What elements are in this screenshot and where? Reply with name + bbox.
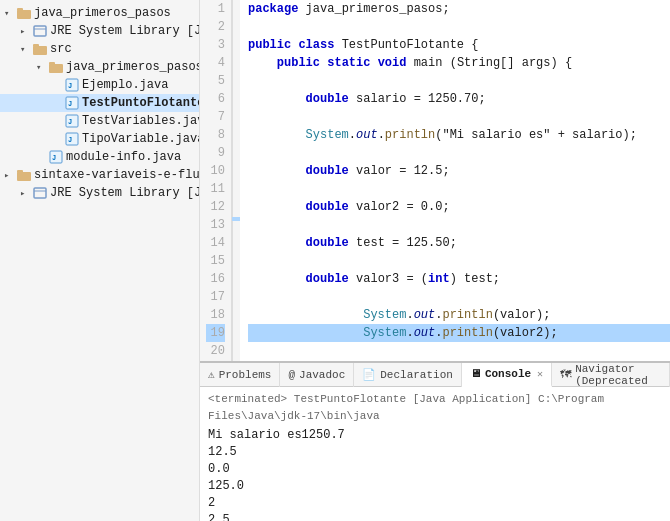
sidebar-item-label: sintaxe-variaveis-e-fluxo: [32, 168, 200, 182]
console-output: Mi salario es1250.712.50.0125.022.5: [208, 427, 662, 521]
line-number-5: 5: [206, 72, 225, 90]
svg-rect-4: [33, 46, 47, 55]
console-tab-icon: 🖥: [470, 367, 481, 380]
sidebar-item-label: Ejemplo.java: [80, 78, 168, 92]
file-icon: J: [48, 149, 64, 165]
navigator-tab-label: Navigator (Deprecated: [575, 363, 661, 387]
scroll-mark: [232, 217, 240, 221]
line-number-4: 4: [206, 54, 225, 72]
sidebar-item-label: java_primeros_pasos: [32, 6, 171, 20]
line-number-2: 2: [206, 18, 225, 36]
navigator-tab-icon: 🗺: [560, 368, 571, 381]
console-header: <terminated> TestPuntoFlotante [Java App…: [208, 391, 662, 425]
svg-rect-19: [17, 170, 23, 173]
svg-rect-0: [17, 10, 31, 19]
file-icon: J: [64, 95, 80, 111]
line-number-17: 17: [206, 288, 225, 306]
sidebar-item-module-info[interactable]: Jmodule-info.java: [0, 148, 199, 166]
main-area: 1234567891011121314151617181920212223242…: [200, 0, 670, 521]
chevron-icon: ▸: [20, 26, 32, 37]
line-number-20: 20: [206, 342, 225, 360]
sidebar-item-label: module-info.java: [64, 150, 181, 164]
sidebar-item-TipoVariable[interactable]: JTipoVariable.java: [0, 130, 199, 148]
file-icon: J: [64, 77, 80, 93]
line-number-6: 6: [206, 90, 225, 108]
sidebar-item-label: src: [48, 42, 72, 56]
panel-tab-problems[interactable]: ⚠Problems: [200, 363, 280, 387]
console-tab-close[interactable]: ✕: [537, 368, 543, 380]
declaration-tab-label: Declaration: [380, 369, 453, 381]
bottom-panel: ⚠Problems@Javadoc📄Declaration🖥Console✕🗺N…: [200, 361, 670, 521]
svg-rect-5: [33, 44, 39, 47]
svg-rect-18: [17, 172, 31, 181]
line-number-10: 10: [206, 162, 225, 180]
sidebar-item-project-root[interactable]: ▾java_primeros_pasos: [0, 4, 199, 22]
file-icon: J: [64, 131, 80, 147]
svg-rect-2: [34, 26, 46, 36]
sidebar-item-label: TestVariables.java: [80, 114, 200, 128]
svg-rect-20: [34, 188, 46, 198]
line-number-1: 1: [206, 0, 225, 18]
declaration-tab-icon: 📄: [362, 368, 376, 381]
sidebar-item-sintaxe[interactable]: ▸sintaxe-variaveis-e-fluxo: [0, 166, 199, 184]
console-line: Mi salario es1250.7: [208, 427, 662, 444]
console-line: 12.5: [208, 444, 662, 461]
chevron-icon: ▾: [4, 8, 16, 19]
panel-tab-console[interactable]: 🖥Console✕: [462, 363, 552, 387]
sidebar-item-jre2[interactable]: ▸JRE System Library [JavaSE-17]: [0, 184, 199, 202]
problems-tab-icon: ⚠: [208, 368, 215, 381]
problems-tab-label: Problems: [219, 369, 272, 381]
svg-rect-6: [49, 64, 63, 73]
sidebar-item-label: java_primeros_pasos: [64, 60, 200, 74]
console-line: 125.0: [208, 478, 662, 495]
panel-tab-javadoc[interactable]: @Javadoc: [280, 363, 354, 387]
sidebar-item-jre1[interactable]: ▸JRE System Library [JavaSE-17]: [0, 22, 199, 40]
svg-text:J: J: [68, 136, 72, 144]
svg-text:J: J: [68, 100, 72, 108]
folder-icon: [32, 41, 48, 57]
line-number-15: 15: [206, 252, 225, 270]
panel-tabs: ⚠Problems@Javadoc📄Declaration🖥Console✕🗺N…: [200, 363, 670, 387]
folder-icon: [16, 5, 32, 21]
sidebar-item-TestPunto[interactable]: JTestPuntoFlotante.java: [0, 94, 199, 112]
console-tab-label: Console: [485, 368, 531, 380]
console-line: 0.0: [208, 461, 662, 478]
line-number-8: 8: [206, 126, 225, 144]
chevron-icon: ▾: [20, 44, 32, 55]
scroll-highlight: [232, 0, 240, 361]
console-line: 2: [208, 495, 662, 512]
editor: 1234567891011121314151617181920212223242…: [200, 0, 670, 361]
sidebar-item-label: TipoVariable.java: [80, 132, 200, 146]
line-number-9: 9: [206, 144, 225, 162]
line-number-11: 11: [206, 180, 225, 198]
line-number-12: 12: [206, 198, 225, 216]
sidebar-item-TestVariables[interactable]: JTestVariables.java: [0, 112, 199, 130]
code-pre: package java_primeros_pasos; public clas…: [248, 0, 670, 361]
svg-text:J: J: [68, 82, 72, 90]
console-line: 2.5: [208, 512, 662, 521]
chevron-icon: ▸: [20, 188, 32, 199]
svg-text:J: J: [52, 154, 56, 162]
panel-tab-navigator[interactable]: 🗺Navigator (Deprecated: [552, 363, 670, 387]
library-icon: [32, 185, 48, 201]
sidebar-item-label: JRE System Library [JavaSE-17]: [48, 186, 200, 200]
line-number-14: 14: [206, 234, 225, 252]
svg-text:J: J: [68, 118, 72, 126]
console-content[interactable]: <terminated> TestPuntoFlotante [Java App…: [200, 387, 670, 521]
sidebar-item-label: TestPuntoFlotante.java: [80, 96, 200, 110]
panel-tab-declaration[interactable]: 📄Declaration: [354, 363, 462, 387]
line-numbers: 1234567891011121314151617181920212223242…: [200, 0, 232, 361]
line-number-19: 19: [206, 324, 225, 342]
sidebar-item-src[interactable]: ▾src: [0, 40, 199, 58]
code-area[interactable]: package java_primeros_pasos; public clas…: [240, 0, 670, 361]
sidebar-item-java_primeros_pasos2[interactable]: ▾java_primeros_pasos: [0, 58, 199, 76]
sidebar-item-Ejemplo[interactable]: JEjemplo.java: [0, 76, 199, 94]
line-number-18: 18: [206, 306, 225, 324]
svg-rect-1: [17, 8, 23, 11]
sidebar: ▾java_primeros_pasos▸JRE System Library …: [0, 0, 200, 521]
line-number-3: 3: [206, 36, 225, 54]
line-number-16: 16: [206, 270, 225, 288]
folder-icon: [16, 167, 32, 183]
javadoc-tab-label: Javadoc: [299, 369, 345, 381]
svg-rect-7: [49, 62, 55, 65]
